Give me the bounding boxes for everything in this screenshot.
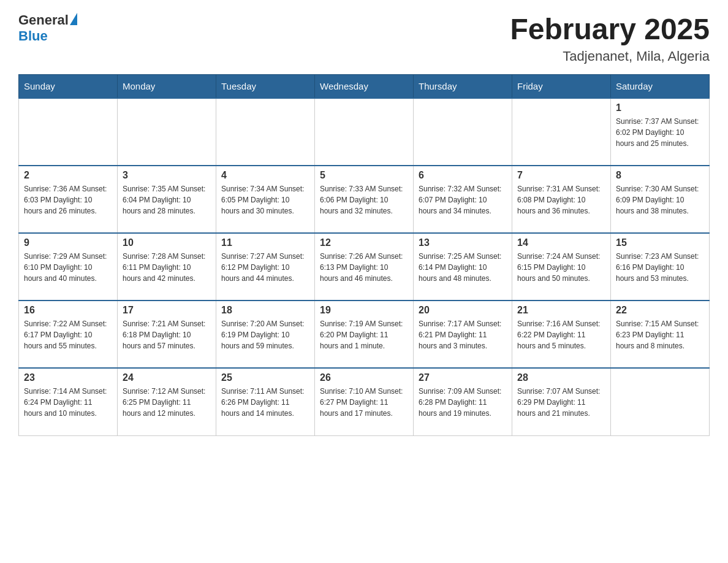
calendar-cell: 14Sunrise: 7:24 AM Sunset: 6:15 PM Dayli… (512, 233, 611, 301)
day-number: 8 (616, 170, 704, 181)
day-number: 19 (320, 305, 408, 316)
day-info: Sunrise: 7:36 AM Sunset: 6:03 PM Dayligh… (24, 183, 112, 216)
col-header-tuesday: Tuesday (216, 75, 315, 99)
day-number: 16 (24, 305, 112, 316)
col-header-sunday: Sunday (19, 75, 118, 99)
day-info: Sunrise: 7:24 AM Sunset: 6:15 PM Dayligh… (517, 251, 605, 284)
day-info: Sunrise: 7:09 AM Sunset: 6:28 PM Dayligh… (419, 386, 507, 419)
col-header-saturday: Saturday (611, 75, 710, 99)
calendar-cell: 23Sunrise: 7:14 AM Sunset: 6:24 PM Dayli… (19, 368, 118, 435)
location-title: Tadjenanet, Mila, Algeria (510, 48, 710, 64)
day-info: Sunrise: 7:28 AM Sunset: 6:11 PM Dayligh… (123, 251, 211, 284)
calendar-cell: 28Sunrise: 7:07 AM Sunset: 6:29 PM Dayli… (512, 368, 611, 435)
calendar-cell: 10Sunrise: 7:28 AM Sunset: 6:11 PM Dayli… (118, 233, 216, 301)
day-number: 2 (24, 170, 112, 181)
day-info: Sunrise: 7:14 AM Sunset: 6:24 PM Dayligh… (24, 386, 112, 419)
calendar-cell: 3Sunrise: 7:35 AM Sunset: 6:04 PM Daylig… (118, 166, 216, 233)
logo-general-text: General (18, 12, 69, 28)
calendar-cell: 27Sunrise: 7:09 AM Sunset: 6:28 PM Dayli… (414, 368, 512, 435)
day-number: 11 (221, 237, 309, 248)
logo-line1: General (18, 12, 77, 28)
calendar-cell: 22Sunrise: 7:15 AM Sunset: 6:23 PM Dayli… (611, 301, 710, 368)
calendar-cell (512, 98, 611, 166)
calendar-cell: 17Sunrise: 7:21 AM Sunset: 6:18 PM Dayli… (118, 301, 216, 368)
calendar-cell (19, 98, 118, 166)
day-info: Sunrise: 7:31 AM Sunset: 6:08 PM Dayligh… (517, 183, 605, 216)
month-title: February 2025 (510, 12, 710, 46)
day-number: 23 (24, 372, 112, 383)
day-number: 21 (517, 305, 605, 316)
day-info: Sunrise: 7:35 AM Sunset: 6:04 PM Dayligh… (123, 183, 211, 216)
day-number: 20 (419, 305, 507, 316)
logo: General Blue (18, 12, 77, 44)
day-info: Sunrise: 7:22 AM Sunset: 6:17 PM Dayligh… (24, 318, 112, 351)
calendar-header-row: SundayMondayTuesdayWednesdayThursdayFrid… (19, 75, 710, 99)
calendar-cell: 13Sunrise: 7:25 AM Sunset: 6:14 PM Dayli… (414, 233, 512, 301)
day-number: 7 (517, 170, 605, 181)
day-info: Sunrise: 7:23 AM Sunset: 6:16 PM Dayligh… (616, 251, 704, 284)
calendar-cell (315, 98, 414, 166)
logo-block: General Blue (18, 12, 77, 44)
col-header-thursday: Thursday (414, 75, 512, 99)
day-info: Sunrise: 7:34 AM Sunset: 6:05 PM Dayligh… (221, 183, 309, 216)
day-number: 26 (320, 372, 408, 383)
calendar-week-row: 16Sunrise: 7:22 AM Sunset: 6:17 PM Dayli… (19, 301, 710, 368)
calendar-cell: 24Sunrise: 7:12 AM Sunset: 6:25 PM Dayli… (118, 368, 216, 435)
title-block: February 2025 Tadjenanet, Mila, Algeria (510, 12, 710, 64)
day-info: Sunrise: 7:33 AM Sunset: 6:06 PM Dayligh… (320, 183, 408, 216)
day-number: 25 (221, 372, 309, 383)
calendar-week-row: 9Sunrise: 7:29 AM Sunset: 6:10 PM Daylig… (19, 233, 710, 301)
day-info: Sunrise: 7:27 AM Sunset: 6:12 PM Dayligh… (221, 251, 309, 284)
day-info: Sunrise: 7:10 AM Sunset: 6:27 PM Dayligh… (320, 386, 408, 419)
calendar-cell (611, 368, 710, 435)
day-number: 9 (24, 237, 112, 248)
day-info: Sunrise: 7:15 AM Sunset: 6:23 PM Dayligh… (616, 318, 704, 351)
day-number: 1 (616, 102, 704, 113)
day-number: 6 (419, 170, 507, 181)
calendar-cell: 4Sunrise: 7:34 AM Sunset: 6:05 PM Daylig… (216, 166, 315, 233)
calendar-cell: 25Sunrise: 7:11 AM Sunset: 6:26 PM Dayli… (216, 368, 315, 435)
calendar-cell: 15Sunrise: 7:23 AM Sunset: 6:16 PM Dayli… (611, 233, 710, 301)
calendar-cell: 16Sunrise: 7:22 AM Sunset: 6:17 PM Dayli… (19, 301, 118, 368)
day-number: 17 (123, 305, 211, 316)
day-info: Sunrise: 7:26 AM Sunset: 6:13 PM Dayligh… (320, 251, 408, 284)
day-number: 5 (320, 170, 408, 181)
day-number: 28 (517, 372, 605, 383)
day-number: 13 (419, 237, 507, 248)
day-number: 15 (616, 237, 704, 248)
calendar-cell: 18Sunrise: 7:20 AM Sunset: 6:19 PM Dayli… (216, 301, 315, 368)
day-info: Sunrise: 7:21 AM Sunset: 6:18 PM Dayligh… (123, 318, 211, 351)
day-info: Sunrise: 7:07 AM Sunset: 6:29 PM Dayligh… (517, 386, 605, 419)
day-info: Sunrise: 7:20 AM Sunset: 6:19 PM Dayligh… (221, 318, 309, 351)
calendar-cell: 9Sunrise: 7:29 AM Sunset: 6:10 PM Daylig… (19, 233, 118, 301)
day-info: Sunrise: 7:25 AM Sunset: 6:14 PM Dayligh… (419, 251, 507, 284)
calendar-table: SundayMondayTuesdayWednesdayThursdayFrid… (18, 74, 710, 436)
calendar-cell: 19Sunrise: 7:19 AM Sunset: 6:20 PM Dayli… (315, 301, 414, 368)
calendar-week-row: 1Sunrise: 7:37 AM Sunset: 6:02 PM Daylig… (19, 98, 710, 166)
day-number: 4 (221, 170, 309, 181)
calendar-cell: 5Sunrise: 7:33 AM Sunset: 6:06 PM Daylig… (315, 166, 414, 233)
day-info: Sunrise: 7:37 AM Sunset: 6:02 PM Dayligh… (616, 116, 704, 149)
calendar-cell: 26Sunrise: 7:10 AM Sunset: 6:27 PM Dayli… (315, 368, 414, 435)
col-header-friday: Friday (512, 75, 611, 99)
page-header: General Blue February 2025 Tadjenanet, M… (18, 12, 710, 64)
day-number: 24 (123, 372, 211, 383)
day-info: Sunrise: 7:16 AM Sunset: 6:22 PM Dayligh… (517, 318, 605, 351)
calendar-cell: 7Sunrise: 7:31 AM Sunset: 6:08 PM Daylig… (512, 166, 611, 233)
calendar-cell: 11Sunrise: 7:27 AM Sunset: 6:12 PM Dayli… (216, 233, 315, 301)
calendar-cell: 20Sunrise: 7:17 AM Sunset: 6:21 PM Dayli… (414, 301, 512, 368)
day-info: Sunrise: 7:17 AM Sunset: 6:21 PM Dayligh… (419, 318, 507, 351)
calendar-cell (216, 98, 315, 166)
calendar-cell (414, 98, 512, 166)
day-number: 10 (123, 237, 211, 248)
col-header-wednesday: Wednesday (315, 75, 414, 99)
day-info: Sunrise: 7:32 AM Sunset: 6:07 PM Dayligh… (419, 183, 507, 216)
calendar-cell: 1Sunrise: 7:37 AM Sunset: 6:02 PM Daylig… (611, 98, 710, 166)
day-number: 18 (221, 305, 309, 316)
calendar-week-row: 2Sunrise: 7:36 AM Sunset: 6:03 PM Daylig… (19, 166, 710, 233)
day-info: Sunrise: 7:12 AM Sunset: 6:25 PM Dayligh… (123, 386, 211, 419)
calendar-cell: 2Sunrise: 7:36 AM Sunset: 6:03 PM Daylig… (19, 166, 118, 233)
day-number: 3 (123, 170, 211, 181)
day-number: 22 (616, 305, 704, 316)
calendar-cell: 8Sunrise: 7:30 AM Sunset: 6:09 PM Daylig… (611, 166, 710, 233)
